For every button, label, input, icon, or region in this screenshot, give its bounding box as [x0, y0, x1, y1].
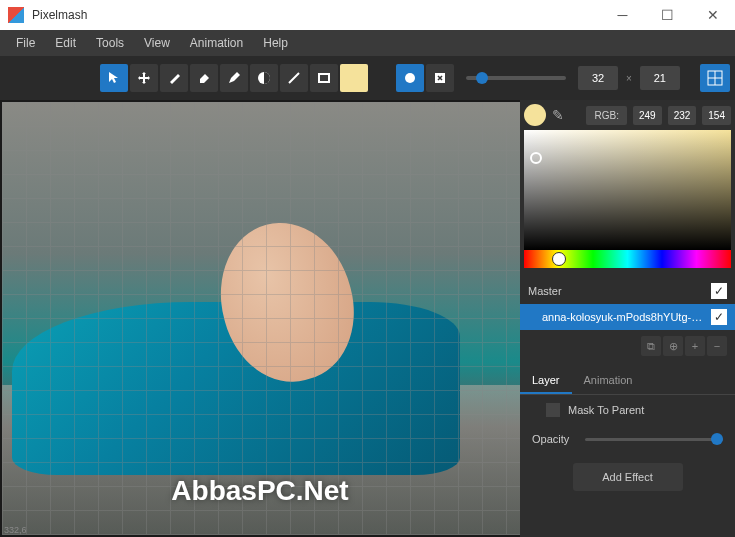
dimension-separator: × — [626, 73, 632, 84]
menu-edit[interactable]: Edit — [45, 32, 86, 54]
property-tabs: Layer Animation — [520, 368, 735, 395]
layer-duplicate-button[interactable]: ⧉ — [641, 336, 661, 356]
rgb-b-field[interactable]: 154 — [702, 106, 731, 125]
shape-expand-tool[interactable] — [426, 64, 454, 92]
grid-width-field[interactable]: 32 — [578, 66, 618, 90]
eyedropper-icon[interactable]: ✎ — [552, 107, 564, 123]
menu-tools[interactable]: Tools — [86, 32, 134, 54]
menubar: File Edit Tools View Animation Help — [0, 30, 735, 56]
tab-animation[interactable]: Animation — [572, 368, 645, 394]
brush-tool[interactable] — [160, 64, 188, 92]
cursor-coordinates: 332,6 — [4, 525, 27, 535]
mask-to-parent-label: Mask To Parent — [568, 404, 644, 416]
layer-master[interactable]: Master ✓ — [520, 278, 735, 304]
move-tool[interactable] — [130, 64, 158, 92]
watermark-text: AbbasPC.Net — [171, 475, 348, 507]
canvas[interactable]: AbbasPC.Net 332,6 — [0, 100, 520, 537]
shape-circle-tool[interactable] — [396, 64, 424, 92]
layer-item-1-label: anna-kolosyuk-mPods8hYUtg-unsplash.jpg — [542, 311, 711, 323]
opacity-slider[interactable] — [585, 438, 723, 441]
add-effect-button[interactable]: Add Effect — [573, 463, 683, 491]
right-panel: ✎ RGB: 249 232 154 Master ✓ anna-kolosyu… — [520, 100, 735, 537]
size-slider-handle[interactable] — [476, 72, 488, 84]
menu-help[interactable]: Help — [253, 32, 298, 54]
window-title: Pixelmash — [32, 8, 600, 22]
rgb-g-field[interactable]: 232 — [668, 106, 697, 125]
circle-contrast-tool[interactable] — [250, 64, 278, 92]
menu-view[interactable]: View — [134, 32, 180, 54]
rgb-r-field[interactable]: 249 — [633, 106, 662, 125]
menu-animation[interactable]: Animation — [180, 32, 253, 54]
grid-toggle-button[interactable] — [700, 64, 730, 92]
svg-line-1 — [289, 73, 299, 83]
layer-item-1[interactable]: anna-kolosyuk-mPods8hYUtg-unsplash.jpg ✓ — [520, 304, 735, 330]
close-button[interactable]: ✕ — [690, 0, 735, 30]
foreground-color-swatch[interactable] — [340, 64, 368, 92]
layers-panel: Master ✓ anna-kolosyuk-mPods8hYUtg-unspl… — [520, 278, 735, 330]
eraser-tool[interactable] — [190, 64, 218, 92]
grid-height-field[interactable]: 21 — [640, 66, 680, 90]
svg-point-3 — [405, 73, 415, 83]
titlebar: Pixelmash ─ ☐ ✕ — [0, 0, 735, 30]
mask-to-parent-checkbox[interactable] — [546, 403, 560, 417]
minimize-button[interactable]: ─ — [600, 0, 645, 30]
current-color-preview[interactable] — [524, 104, 546, 126]
rect-tool[interactable] — [310, 64, 338, 92]
layer-merge-button[interactable]: ⊕ — [663, 336, 683, 356]
tab-layer[interactable]: Layer — [520, 368, 572, 394]
pencil-tool[interactable] — [220, 64, 248, 92]
maximize-button[interactable]: ☐ — [645, 0, 690, 30]
hue-slider-handle[interactable] — [552, 252, 566, 266]
opacity-label: Opacity — [532, 433, 569, 445]
layer-item-1-visible-checkbox[interactable]: ✓ — [711, 309, 727, 325]
svg-rect-2 — [319, 74, 329, 82]
menu-file[interactable]: File — [6, 32, 45, 54]
color-picker-cursor[interactable] — [530, 152, 542, 164]
toolbar: 32 × 21 — [0, 56, 735, 100]
color-saturation-picker[interactable] — [524, 130, 731, 250]
app-icon — [8, 7, 24, 23]
size-slider[interactable] — [466, 76, 566, 80]
hue-slider[interactable] — [524, 250, 731, 268]
layer-master-visible-checkbox[interactable]: ✓ — [711, 283, 727, 299]
opacity-slider-handle[interactable] — [711, 433, 723, 445]
rgb-label: RGB: — [586, 106, 626, 125]
canvas-image — [2, 102, 520, 535]
layer-remove-button[interactable]: − — [707, 336, 727, 356]
layer-add-button[interactable]: + — [685, 336, 705, 356]
line-tool[interactable] — [280, 64, 308, 92]
layer-master-label: Master — [528, 285, 711, 297]
pointer-tool[interactable] — [100, 64, 128, 92]
